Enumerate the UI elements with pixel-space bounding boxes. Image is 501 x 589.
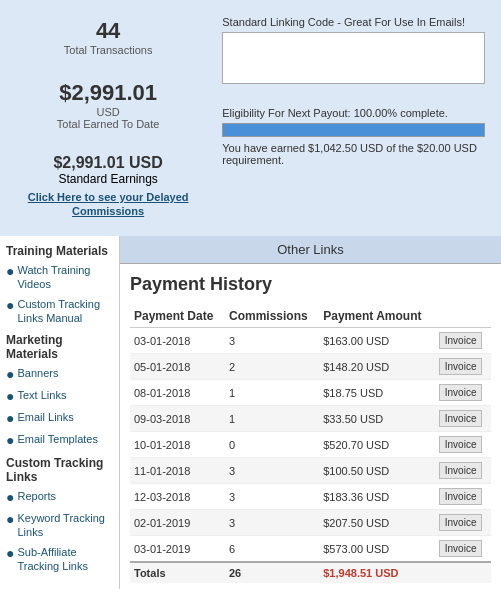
bullet-icon: ● (6, 511, 14, 528)
standard-earnings-value: $2,991.01 USD (18, 154, 198, 172)
sidebar-item-watch-training[interactable]: ● Watch Training Videos (6, 263, 113, 292)
invoice-button[interactable]: Invoice (439, 332, 483, 349)
table-row: 12-03-2018 3 $183.36 USD Invoice (130, 484, 491, 510)
content-area: Other Links Payment History Payment Date… (120, 236, 501, 589)
cell-commissions: 2 (225, 354, 319, 380)
sidebar-item-reports[interactable]: ● Reports (6, 489, 113, 506)
main-layout: Training Materials ● Watch Training Vide… (0, 236, 501, 589)
eligibility-desc: You have earned $1,042.50 USD of the $20… (222, 142, 485, 166)
table-row: 11-01-2018 3 $100.50 USD Invoice (130, 458, 491, 484)
standard-earnings-label: Standard Earnings (18, 172, 198, 186)
totals-invoice-empty (435, 562, 491, 583)
col-commissions: Commissions (225, 305, 319, 328)
cell-invoice: Invoice (435, 484, 491, 510)
cell-date: 11-01-2018 (130, 458, 225, 484)
top-section: 44 Total Transactions $2,991.01 USD Tota… (0, 0, 501, 236)
sidebar-item-custom-tracking-manual[interactable]: ● Custom Tracking Links Manual (6, 297, 113, 326)
cell-commissions: 3 (225, 484, 319, 510)
total-earned-label: Total Earned To Date (18, 118, 198, 130)
invoice-button[interactable]: Invoice (439, 462, 483, 479)
progress-bar (222, 123, 485, 137)
sidebar-item-text-links[interactable]: ● Text Links (6, 388, 113, 405)
payment-history: Payment History Payment Date Commissions… (120, 264, 501, 589)
cell-date: 03-01-2018 (130, 328, 225, 354)
cell-date: 10-01-2018 (130, 432, 225, 458)
cell-amount: $163.00 USD (319, 328, 435, 354)
total-earned-box: $2,991.01 USD Total Earned To Date (10, 72, 206, 138)
cell-commissions: 6 (225, 536, 319, 563)
text-links-link[interactable]: Text Links (17, 388, 66, 402)
custom-tracking-manual-link[interactable]: Custom Tracking Links Manual (17, 297, 113, 326)
total-transactions-value: 44 (18, 18, 198, 44)
linking-code-textarea[interactable] (222, 32, 485, 84)
sidebar-item-sub-affiliate[interactable]: ● Sub-Affiliate Tracking Links (6, 545, 113, 574)
cell-date: 03-01-2019 (130, 536, 225, 563)
totals-row: Totals 26 $1,948.51 USD (130, 562, 491, 583)
invoice-button[interactable]: Invoice (439, 488, 483, 505)
cell-commissions: 3 (225, 458, 319, 484)
watch-training-link[interactable]: Watch Training Videos (17, 263, 113, 292)
sidebar-item-email-links[interactable]: ● Email Links (6, 410, 113, 427)
cell-amount: $148.20 USD (319, 354, 435, 380)
sub-affiliate-link[interactable]: Sub-Affiliate Tracking Links (17, 545, 113, 574)
sidebar-custom-title: Custom Tracking Links (6, 456, 113, 484)
eligibility-box: Eligibility For Next Payout: 100.00% com… (216, 101, 491, 172)
cell-invoice: Invoice (435, 510, 491, 536)
cell-amount: $18.75 USD (319, 380, 435, 406)
cell-date: 09-03-2018 (130, 406, 225, 432)
table-header-row: Payment Date Commissions Payment Amount (130, 305, 491, 328)
eligibility-title: Eligibility For Next Payout: 100.00% com… (222, 107, 485, 119)
email-templates-link[interactable]: Email Templates (17, 432, 98, 446)
email-links-link[interactable]: Email Links (17, 410, 73, 424)
delayed-commissions-link[interactable]: Click Here to see your Delayed Commissio… (28, 191, 189, 217)
cell-invoice: Invoice (435, 432, 491, 458)
bullet-icon: ● (6, 545, 14, 562)
cell-invoice: Invoice (435, 458, 491, 484)
sidebar: Training Materials ● Watch Training Vide… (0, 236, 120, 589)
reports-link[interactable]: Reports (17, 489, 56, 503)
sidebar-marketing-title: Marketing Materials (6, 333, 113, 361)
col-payment-date: Payment Date (130, 305, 225, 328)
invoice-button[interactable]: Invoice (439, 540, 483, 557)
invoice-button[interactable]: Invoice (439, 514, 483, 531)
banners-link[interactable]: Banners (17, 366, 58, 380)
cell-commissions: 1 (225, 380, 319, 406)
table-row: 08-01-2018 1 $18.75 USD Invoice (130, 380, 491, 406)
cell-date: 02-01-2019 (130, 510, 225, 536)
invoice-button[interactable]: Invoice (439, 410, 483, 427)
sidebar-item-email-templates[interactable]: ● Email Templates (6, 432, 113, 449)
cell-invoice: Invoice (435, 354, 491, 380)
total-transactions-label: Total Transactions (18, 44, 198, 56)
linking-code-title: Standard Linking Code - Great For Use In… (222, 16, 485, 28)
table-row: 09-03-2018 1 $33.50 USD Invoice (130, 406, 491, 432)
cell-amount: $183.36 USD (319, 484, 435, 510)
cell-amount: $573.00 USD (319, 536, 435, 563)
bullet-icon: ● (6, 263, 14, 280)
invoice-button[interactable]: Invoice (439, 358, 483, 375)
cell-amount: $520.70 USD (319, 432, 435, 458)
sidebar-item-keyword-tracking[interactable]: ● Keyword Tracking Links (6, 511, 113, 540)
totals-commissions: 26 (225, 562, 319, 583)
cell-commissions: 3 (225, 510, 319, 536)
bullet-icon: ● (6, 432, 14, 449)
cell-commissions: 0 (225, 432, 319, 458)
bullet-icon: ● (6, 297, 14, 314)
keyword-tracking-link[interactable]: Keyword Tracking Links (17, 511, 113, 540)
total-earned-value: $2,991.01 (18, 80, 198, 106)
totals-label: Totals (130, 562, 225, 583)
cell-amount: $33.50 USD (319, 406, 435, 432)
cell-invoice: Invoice (435, 328, 491, 354)
sidebar-item-banners[interactable]: ● Banners (6, 366, 113, 383)
cell-date: 05-01-2018 (130, 354, 225, 380)
stats-left: 44 Total Transactions $2,991.01 USD Tota… (10, 10, 206, 226)
cell-date: 12-03-2018 (130, 484, 225, 510)
invoice-button[interactable]: Invoice (439, 384, 483, 401)
table-row: 05-01-2018 2 $148.20 USD Invoice (130, 354, 491, 380)
invoice-button[interactable]: Invoice (439, 436, 483, 453)
table-row: 03-01-2019 6 $573.00 USD Invoice (130, 536, 491, 563)
cell-amount: $100.50 USD (319, 458, 435, 484)
total-transactions-box: 44 Total Transactions (10, 10, 206, 64)
col-payment-amount: Payment Amount (319, 305, 435, 328)
bullet-icon: ● (6, 366, 14, 383)
stats-right: Standard Linking Code - Great For Use In… (216, 10, 491, 226)
